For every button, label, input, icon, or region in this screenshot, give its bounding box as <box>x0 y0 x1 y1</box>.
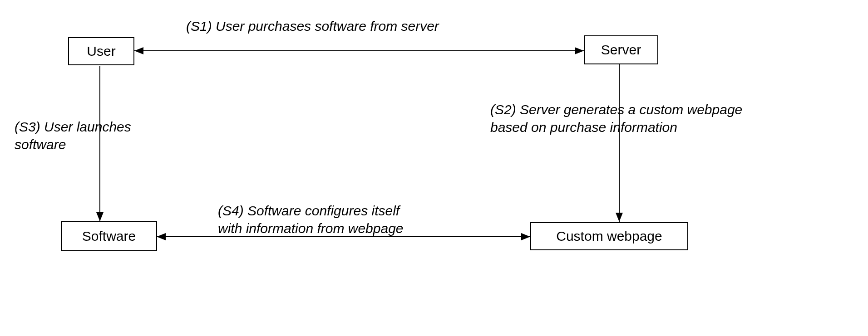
edge-label-s3-line2: software <box>15 136 131 153</box>
edge-label-s3: (S3) User launches software <box>15 118 131 153</box>
edge-label-s2-line2: based on purchase information <box>490 118 742 136</box>
edge-label-s3-line1: (S3) User launches <box>15 118 131 136</box>
svg-marker-2 <box>575 47 584 54</box>
svg-marker-6 <box>616 213 623 222</box>
svg-marker-1 <box>134 47 143 54</box>
node-user: User <box>68 37 134 65</box>
node-software: Software <box>61 221 157 251</box>
svg-marker-9 <box>521 233 530 240</box>
edge-label-s2-line1: (S2) Server generates a custom webpage <box>490 101 742 118</box>
node-user-label: User <box>87 44 115 59</box>
edge-label-s1: (S1) User purchases software from server <box>186 17 439 35</box>
edge-label-s4-line1: (S4) Software configures itself <box>218 202 404 219</box>
node-webpage-label: Custom webpage <box>556 229 662 244</box>
edge-label-s1-text: (S1) User purchases software from server <box>186 19 439 34</box>
edge-label-s4-line2: with information from webpage <box>218 219 404 237</box>
svg-marker-8 <box>157 233 166 240</box>
flow-diagram: User Server Software Custom webpage (S1)… <box>0 0 868 336</box>
node-software-label: Software <box>82 229 136 244</box>
edge-label-s4: (S4) Software configures itself with inf… <box>218 202 404 237</box>
edge-label-s2: (S2) Server generates a custom webpage b… <box>490 101 742 136</box>
node-server-label: Server <box>601 42 641 58</box>
svg-marker-4 <box>96 212 104 221</box>
node-custom-webpage: Custom webpage <box>530 222 688 250</box>
node-server: Server <box>584 35 658 64</box>
